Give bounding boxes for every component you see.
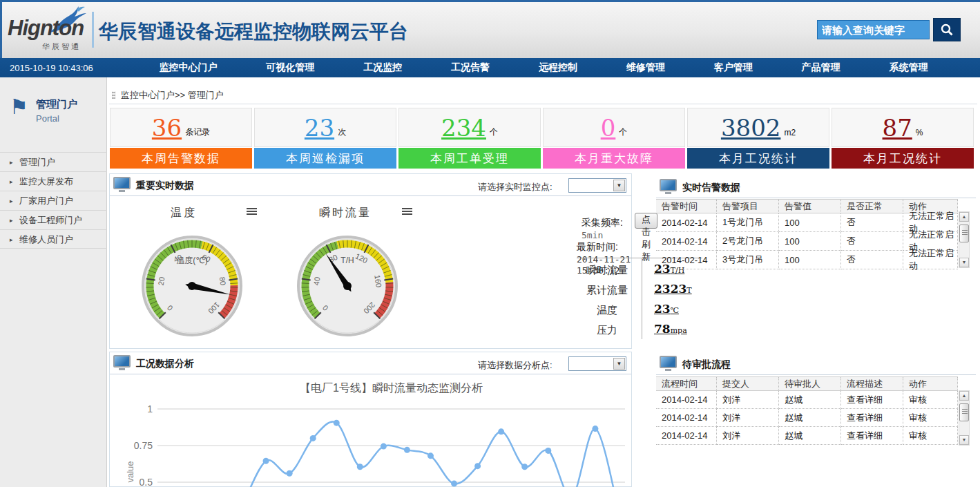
scroll-down-icon[interactable]: ▼ [959,435,969,445]
table-row: 2014-02-14刘洋赵城查看详细审核 [656,391,958,409]
stat-card-label[interactable]: 本周告警数据 [110,148,252,169]
scroll-up-icon[interactable]: ▲ [959,391,969,401]
sidebar-arrow-icon: ▸ [10,230,13,249]
stat-card-5: 3802m2本月工况统计 [687,108,829,169]
approval-section-header: 待审批流程 [656,353,976,375]
analysis-line-chart: 【电厂1号线】瞬时流量动态监测分析10.750.5value [110,376,631,487]
table-cell: 查看详细 [841,427,903,445]
nav-item-6[interactable]: 维修管理 [626,61,665,74]
sidebar-item-3[interactable]: ▸厂家用户门户 [0,191,107,210]
value-unit: mpa [671,326,687,335]
table-cell: 2014-02-14 [656,391,717,409]
title-divider [92,12,94,48]
sidebar: ⚑ 管理门户 Portal ▸管理门户▸监控大屏发布▸厂家用户门户▸设备工程师门… [0,77,107,487]
refresh-button[interactable]: 点击刷新 [635,213,657,229]
stat-card-label[interactable]: 本月工况统计 [687,148,829,169]
column-header: 告警时间 [656,200,717,213]
table-row: 2014-02-143号龙门吊100否无法正常启动 [656,251,958,269]
monitor-icon [660,179,677,191]
chart-context-menu-icon[interactable] [402,208,412,216]
nav-item-3[interactable]: 工况监控 [363,61,402,74]
nav-item-9[interactable]: 系统管理 [889,61,928,74]
chart-context-menu-icon[interactable] [247,208,257,216]
stat-card-4: 0个本月重大故障 [543,108,685,169]
section-divider [656,198,976,198]
svg-text:40: 40 [312,276,322,286]
app-header: Hignton 华辰智通 华辰智通设备远程监控物联网云平台 [0,0,980,58]
table-header-row: 流程时间提交人待审批人流程描述动作 [656,377,958,391]
portal-title: 管理门户 [36,98,77,111]
realtime-value-row: 累计流量2323T [577,280,702,300]
table-cell: 审核 [903,409,958,427]
sidebar-item-1[interactable]: ▸管理门户 [0,152,107,171]
nav-item-7[interactable]: 客户管理 [714,61,753,74]
sidebar-item-4[interactable]: ▸设备工程师门户 [0,210,107,229]
approval-table-scrollbar[interactable]: ▲▼ [959,390,970,446]
stat-card-value: 234 [441,116,486,140]
scroll-thumb[interactable] [959,225,969,242]
stat-card-label[interactable]: 本月工况统计 [832,148,974,169]
analysis-point-select[interactable]: ▼ [568,356,626,371]
realtime-section-header: 重要实时数据 请选择实时监控点: ▼ [110,174,631,196]
table-cell: 2014-02-14 [656,409,717,427]
flow-gauge: 04080120160200T/H [295,233,400,338]
stat-card-value-box: 23次 [254,108,396,147]
svg-text:0.5: 0.5 [140,477,153,487]
stat-card-6: 87%本月工况统计 [832,108,974,169]
table-cell: 无法正常启动 [903,251,958,269]
value-unit: ℃ [671,306,679,315]
nav-item-8[interactable]: 产品管理 [802,61,840,74]
monitor-icon [660,356,677,368]
table-cell: 2014-02-14 [656,232,717,251]
stat-card-label[interactable]: 本周工单受理 [398,148,541,169]
content-divider [109,104,977,104]
table-cell: 100 [779,232,841,251]
select-arrow-icon[interactable]: ▼ [613,358,625,370]
sidebar-arrow-icon: ▸ [10,211,13,230]
alarm-table-scrollbar[interactable]: ▲▼ [959,211,970,268]
logo-subtitle: 华辰智通 [42,41,81,52]
scroll-up-icon[interactable]: ▲ [959,212,969,222]
stat-card-label[interactable]: 本周巡检漏项 [254,148,396,169]
gauge-title-flow: 瞬时流量 [319,206,372,220]
realtime-value-row: 压力78mpa [577,320,702,340]
table-cell: 2014-02-14 [656,251,717,269]
scroll-thumb[interactable] [959,403,969,421]
nav-item-4[interactable]: 工况告警 [451,61,490,74]
realtime-select-label: 请选择实时监控点: [478,181,553,193]
scroll-down-icon[interactable]: ▼ [959,258,969,267]
table-cell: 赵城 [779,409,841,427]
nav-item-5[interactable]: 远程控制 [539,61,577,74]
svg-text:温度(℃): 温度(℃) [176,256,207,265]
search-input[interactable] [817,20,930,39]
sidebar-arrow-icon: ▸ [10,172,13,191]
stat-card-value: 3802 [721,116,781,140]
realtime-point-select[interactable]: ▼ [568,178,626,193]
temperature-gauge: 020406080100温度(℃) [140,233,244,338]
table-cell: 审核 [903,391,958,409]
search-button[interactable] [933,18,961,41]
nav-item-1[interactable]: 监控中心门户 [159,61,217,74]
stat-card-label[interactable]: 本月重大故障 [543,148,685,169]
stat-card-3: 234个本周工单受理 [398,108,541,169]
stat-card-unit: 个 [619,126,627,138]
approval-section-title: 待审批流程 [682,359,731,371]
column-header: 流程时间 [656,377,717,391]
select-arrow-icon[interactable]: ▼ [613,180,625,191]
table-cell: 刘洋 [717,391,779,409]
nav-item-2[interactable]: 可视化管理 [266,61,314,74]
gauge-title-temperature: 温度 [171,206,197,220]
table-cell: 否 [841,232,903,251]
stat-cards-row: 36条记录本周告警数据23次本周巡检漏项234个本周工单受理0个本月重大故障38… [110,108,977,169]
sidebar-item-5[interactable]: ▸维修人员门户 [0,229,107,249]
value-name: 压力 [577,324,637,337]
portal-header[interactable]: ⚑ 管理门户 Portal [0,97,107,140]
realtime-section-title: 重要实时数据 [136,180,194,192]
svg-text:0.75: 0.75 [134,440,153,451]
column-header: 告警值 [779,200,841,213]
svg-text:T/H: T/H [340,256,354,265]
value-number: 78mpa [654,322,687,336]
stat-card-value-box: 87% [832,108,974,147]
svg-text:20: 20 [157,276,166,286]
sidebar-item-2[interactable]: ▸监控大屏发布 [0,171,107,191]
